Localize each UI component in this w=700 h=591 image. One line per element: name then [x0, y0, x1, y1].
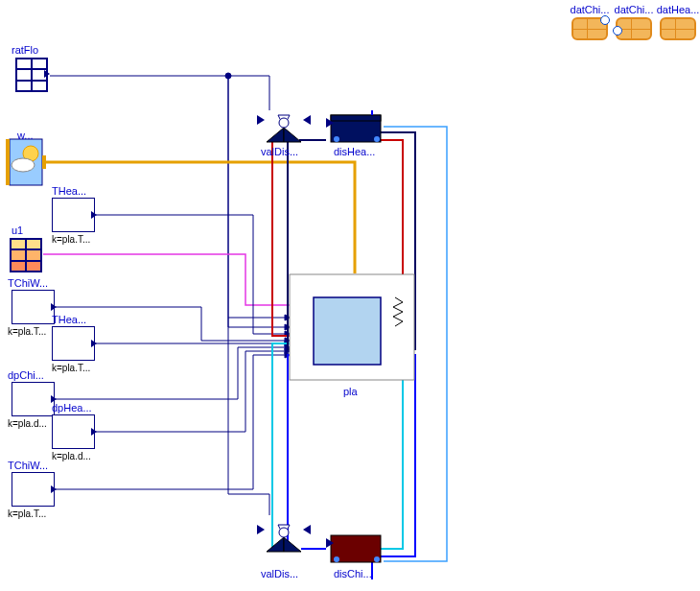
TChiW-sub: k=pla.T...	[8, 326, 46, 337]
THea-sub: k=pla.T...	[52, 234, 90, 245]
TChiW2-sub: k=pla.T...	[8, 508, 46, 519]
TChiW-block[interactable]	[12, 290, 55, 324]
diagram-connections	[0, 0, 700, 591]
svg-marker-28	[303, 525, 311, 534]
records-area: datChi... datChi... datHea...	[572, 4, 696, 40]
svg-marker-11	[267, 128, 284, 142]
svg-rect-18	[331, 115, 381, 121]
svg-marker-27	[257, 525, 265, 534]
dpChi-block[interactable]	[12, 382, 55, 416]
svg-point-26	[279, 528, 289, 537]
record-label: datChi...	[615, 4, 654, 15]
u1-block[interactable]	[10, 238, 42, 272]
svg-point-32	[374, 556, 380, 562]
svg-rect-35	[314, 297, 381, 365]
svg-point-38	[12, 158, 35, 172]
record-datChi1[interactable]: datChi...	[572, 4, 608, 40]
svg-marker-23	[267, 537, 284, 552]
svg-point-14	[279, 118, 289, 128]
svg-marker-12	[284, 128, 301, 142]
dpHea-sub: k=pla.d...	[52, 451, 91, 461]
TChiW2-block[interactable]	[12, 472, 55, 507]
THea-block[interactable]	[52, 198, 95, 232]
THea2-sub: k=pla.T...	[52, 363, 90, 373]
THea2-block[interactable]	[52, 326, 95, 361]
dpChi-sub: k=pla.d...	[8, 418, 47, 429]
record-label: datHea...	[657, 4, 700, 15]
svg-point-21	[374, 136, 380, 142]
svg-marker-15	[257, 115, 265, 125]
record-datHea[interactable]: datHea...	[660, 4, 696, 40]
record-datChi2[interactable]: datChi...	[616, 4, 652, 40]
dpHea-block[interactable]	[52, 414, 95, 449]
svg-marker-24	[284, 537, 301, 552]
svg-point-20	[334, 136, 339, 142]
ratFlo-block[interactable]	[15, 58, 48, 92]
record-label: datChi...	[571, 4, 610, 15]
svg-marker-16	[303, 115, 311, 125]
svg-point-31	[334, 556, 339, 562]
